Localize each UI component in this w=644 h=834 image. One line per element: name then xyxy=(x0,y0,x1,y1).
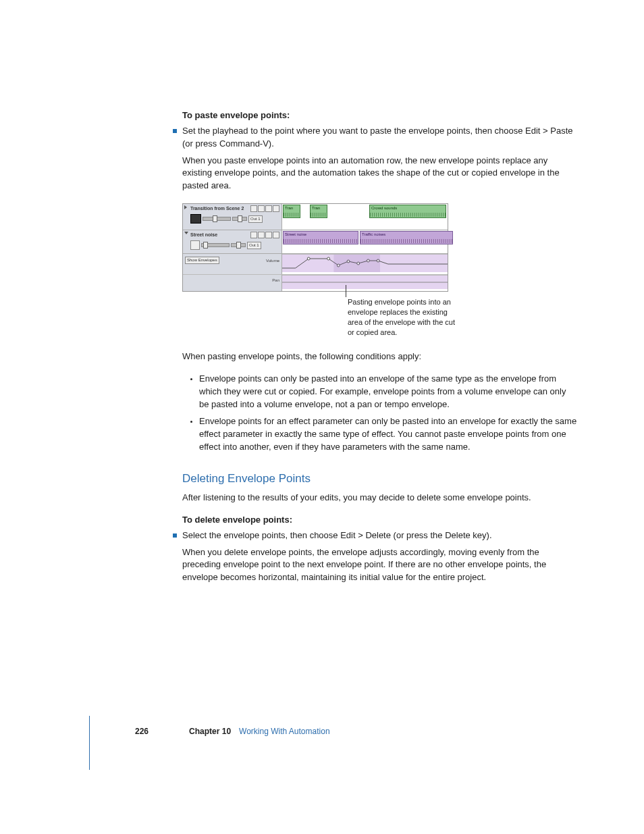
delete-instruction: Select the envelope points, then choose … xyxy=(182,529,492,542)
headphone-icon xyxy=(273,232,279,238)
audio-clip: Tran xyxy=(283,205,300,218)
mute-icon xyxy=(258,205,265,212)
list-item: Select the envelope points, then choose … xyxy=(182,529,577,542)
svg-point-0 xyxy=(307,257,310,260)
heading-paste: To paste envelope points: xyxy=(182,109,577,122)
callout-line-icon xyxy=(346,285,346,297)
pan-slider xyxy=(232,217,247,221)
screenshot-figure: Transition from Scene 2 Out 1 Tran Tra xyxy=(182,203,448,292)
paragraph: When you paste envelope points into an a… xyxy=(182,155,577,193)
volume-slider xyxy=(203,217,231,221)
volume-envelope xyxy=(282,255,448,272)
section-heading: Deleting Envelope Points xyxy=(182,471,577,488)
track-thumb-icon xyxy=(190,214,201,224)
bullet-dot-icon xyxy=(190,421,192,423)
record-icon xyxy=(250,205,257,212)
output-selector: Out 1 xyxy=(248,215,263,223)
volume-slider xyxy=(201,243,230,247)
solo-icon xyxy=(265,205,272,212)
disclosure-right-icon xyxy=(184,205,187,209)
bullet-dot-icon xyxy=(190,378,192,380)
solo-icon xyxy=(265,232,272,238)
page-footer: 226 Chapter 10 Working With Automation xyxy=(135,726,540,737)
bullet-square-icon xyxy=(173,533,177,538)
paragraph: When you delete envelope points, the env… xyxy=(182,546,577,585)
paragraph: After listening to the results of your e… xyxy=(182,492,577,504)
audio-clip: Street noise xyxy=(283,231,358,244)
paste-instruction: Set the playhead to the point where you … xyxy=(182,125,577,151)
paragraph: When pasting envelope points, the follow… xyxy=(182,350,577,363)
audio-clip: Crowd sounds xyxy=(369,205,446,218)
condition-1: Envelope points can only be pasted into … xyxy=(199,373,577,411)
disclosure-down-icon xyxy=(184,232,188,234)
output-selector: Out 1 xyxy=(247,242,261,249)
svg-rect-7 xyxy=(333,255,380,272)
pan-slider xyxy=(231,243,246,247)
pan-label: Pan xyxy=(272,278,279,284)
chapter-title: Working With Automation xyxy=(239,726,330,737)
list-item: Set the playhead to the point where you … xyxy=(182,125,577,151)
figure-caption: Pasting envelope points into an envelope… xyxy=(348,297,456,337)
pan-envelope xyxy=(282,276,448,289)
heading-delete: To delete envelope points: xyxy=(182,514,577,527)
list-item: Envelope points for an effect parameter … xyxy=(182,415,577,454)
margin-rule xyxy=(89,716,90,770)
mute-icon xyxy=(258,232,265,238)
page-number: 226 xyxy=(135,726,149,737)
svg-point-1 xyxy=(327,257,330,260)
bullet-square-icon xyxy=(173,129,177,133)
audio-clip: Traffic noises xyxy=(360,231,453,244)
condition-2: Envelope points for an effect parameter … xyxy=(199,415,577,454)
record-icon xyxy=(250,232,257,238)
headphone-icon xyxy=(273,205,279,212)
list-item: Envelope points can only be pasted into … xyxy=(182,373,577,411)
track-thumb-icon xyxy=(190,240,200,250)
volume-label: Volume xyxy=(266,258,279,264)
show-envelopes-button: Show Envelopes xyxy=(185,257,219,264)
audio-clip: Tran xyxy=(310,205,327,218)
chapter-label: Chapter 10 xyxy=(189,726,231,737)
